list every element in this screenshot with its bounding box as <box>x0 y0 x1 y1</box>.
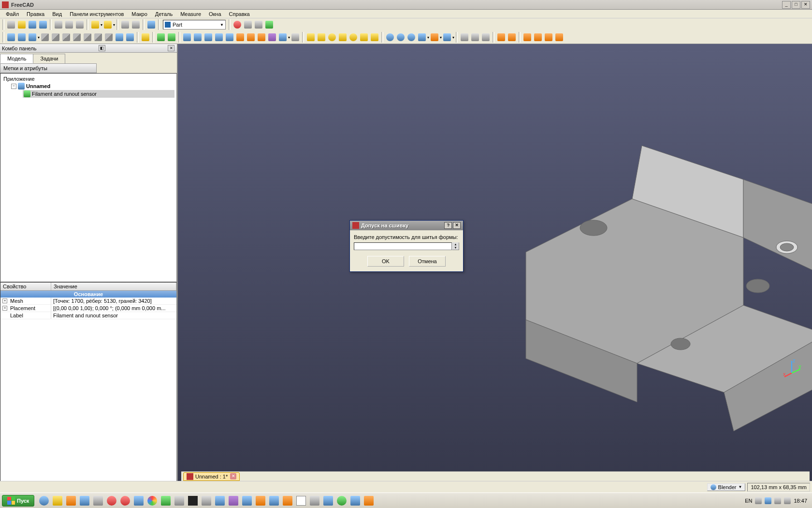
measure-toggle-button[interactable] <box>533 32 543 42</box>
taskbar-app-17[interactable] <box>269 496 279 506</box>
menu-edit[interactable]: Правка <box>23 11 48 17</box>
tree-node-document[interactable]: − Unnamed <box>10 82 174 90</box>
prim-prism-button[interactable] <box>359 32 369 42</box>
taskbar-app-10[interactable] <box>174 496 184 506</box>
taskbar-app-9[interactable] <box>161 496 171 506</box>
taskbar-app-13[interactable] <box>215 496 225 506</box>
prim-sphere-button[interactable] <box>327 32 337 42</box>
save-as-button[interactable] <box>38 20 48 30</box>
view-fit-sel-button[interactable] <box>17 32 27 42</box>
view-bottom-button[interactable] <box>93 32 103 42</box>
measure-linear-button[interactable] <box>496 32 506 42</box>
property-row-placement[interactable]: +Placement [(0,00 0,00 1,00); 0,000 °; (… <box>0 305 176 312</box>
tolerance-input[interactable] <box>354 242 452 250</box>
redo-button[interactable] <box>64 20 74 30</box>
taskbar-app-6[interactable] <box>107 496 116 506</box>
document-tab[interactable]: Unnamed : 1* ✕ <box>183 472 240 481</box>
tool-btn-c[interactable] <box>120 20 130 30</box>
new-file-button[interactable] <box>6 20 16 30</box>
prim-cone-button[interactable] <box>338 32 348 42</box>
tool-btn-d[interactable] <box>131 20 141 30</box>
part-cross-button[interactable] <box>290 32 300 42</box>
part-offset3d-button[interactable] <box>267 32 277 42</box>
tree-node-application[interactable]: Приложение <box>2 75 174 82</box>
model-tree[interactable]: Приложение − Unnamed Filament and runout… <box>0 73 177 282</box>
tray-icon-1[interactable] <box>755 497 762 504</box>
expand-icon[interactable]: + <box>2 306 7 311</box>
refresh-button[interactable] <box>75 20 85 30</box>
tray-icon-2[interactable] <box>765 497 771 504</box>
spin-up-button[interactable]: ▲ <box>452 243 459 246</box>
view-front-button[interactable] <box>51 32 60 42</box>
property-row-mesh[interactable]: +Mesh [Точек: 1700, рёбер: 5130, граней:… <box>0 298 176 305</box>
whats-this-button[interactable] <box>146 20 156 30</box>
menu-view[interactable]: Вид <box>48 11 66 17</box>
tab-close-button[interactable]: ✕ <box>230 473 236 479</box>
part-sweep-button[interactable] <box>257 32 266 42</box>
maximize-button[interactable]: □ <box>792 1 800 9</box>
taskbar-chrome[interactable] <box>147 496 157 506</box>
measure-toggle3d-button[interactable] <box>544 32 553 42</box>
tray-icon-3[interactable] <box>774 497 781 504</box>
minimize-button[interactable]: _ <box>782 1 791 9</box>
cancel-button[interactable]: Отмена <box>409 256 446 267</box>
3d-viewport[interactable]: z y x <box>178 44 812 494</box>
dialog-close-button[interactable]: ✕ <box>453 222 461 229</box>
open-file-button[interactable] <box>17 20 27 30</box>
prim-torus-button[interactable] <box>348 32 358 42</box>
measure-delta-button[interactable] <box>554 32 564 42</box>
ok-button[interactable]: OK <box>367 256 404 267</box>
macro-play-button[interactable] <box>264 20 274 30</box>
taskbar-freecad[interactable] <box>296 496 306 506</box>
part-thickness-button[interactable] <box>278 32 288 42</box>
bool-fragments-button[interactable] <box>430 32 439 42</box>
taskbar-app-1[interactable] <box>39 496 49 506</box>
part-tool-1[interactable] <box>156 32 166 42</box>
taskbar-app-5[interactable] <box>93 496 103 506</box>
part-mirror-button[interactable] <box>203 32 213 42</box>
taskbar-app-11[interactable] <box>188 496 198 506</box>
view-fit-button[interactable] <box>6 32 16 42</box>
prim-box-button[interactable] <box>306 32 316 42</box>
workbench-selector[interactable]: Part ▼ <box>163 20 226 30</box>
view-top-button[interactable] <box>61 32 71 42</box>
taskbar-app-21[interactable] <box>350 496 360 506</box>
panel-close-button[interactable]: ✕ <box>168 45 174 51</box>
tray-volume-icon[interactable] <box>784 497 791 504</box>
tool-btn-a[interactable] <box>90 20 100 30</box>
menu-windows[interactable]: Окна <box>205 11 225 17</box>
save-button[interactable] <box>28 20 37 30</box>
property-row-label[interactable]: Label Filament and runout sensor <box>0 312 176 319</box>
view-rear-button[interactable] <box>83 32 92 42</box>
menu-part[interactable]: Деталь <box>151 11 176 17</box>
taskbar-app-12[interactable] <box>202 496 211 506</box>
section-button[interactable] <box>470 32 480 42</box>
panel-float-button[interactable]: ◧ <box>99 45 105 51</box>
measure-clear-button[interactable] <box>522 32 532 42</box>
taskbar-app-2[interactable] <box>53 496 62 506</box>
view-left-button[interactable] <box>104 32 114 42</box>
dialog-help-button[interactable]: ? <box>444 222 452 229</box>
menu-file[interactable]: Файл <box>2 11 23 17</box>
bool-slice-button[interactable] <box>442 32 452 42</box>
bool-union-button[interactable] <box>396 32 406 42</box>
part-tool-2[interactable] <box>167 32 176 42</box>
bool-cut-button[interactable] <box>385 32 395 42</box>
language-indicator[interactable]: EN <box>745 498 752 504</box>
close-button[interactable]: ✕ <box>801 1 810 9</box>
macro-record-button[interactable] <box>232 20 242 30</box>
bool-common-button[interactable] <box>406 32 416 42</box>
taskbar-app-20[interactable] <box>337 496 347 506</box>
part-chamfer-button[interactable] <box>225 32 234 42</box>
part-loft-button[interactable] <box>246 32 256 42</box>
measure-angular-button[interactable] <box>507 32 517 42</box>
prim-cylinder-button[interactable] <box>317 32 326 42</box>
part-extrude-button[interactable] <box>182 32 192 42</box>
menu-toolbars[interactable]: Панели инструментов <box>66 11 128 17</box>
render-mode-button[interactable]: Blender ▼ <box>707 483 746 491</box>
spin-down-button[interactable]: ▼ <box>452 246 459 250</box>
tree-expander-icon[interactable]: − <box>11 84 16 89</box>
menu-measure[interactable]: Measure <box>176 11 205 17</box>
view-iso-button[interactable] <box>40 32 50 42</box>
taskbar-app-16[interactable] <box>256 496 265 506</box>
